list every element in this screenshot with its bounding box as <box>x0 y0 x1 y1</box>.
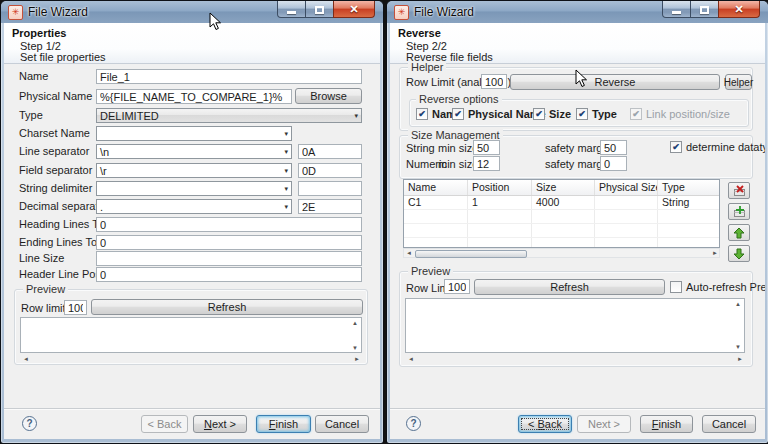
minimize-icon <box>287 11 296 14</box>
maximize-button[interactable] <box>306 1 333 18</box>
file-wizard-window-properties: ✳ File Wizard ✕ Properties Step 1/2 Set … <box>0 0 384 444</box>
col-physical-size[interactable]: Physical Size <box>595 180 658 195</box>
delete-row-icon <box>733 185 746 197</box>
table-hscrollbar[interactable] <box>403 248 720 258</box>
physical-name-checkbox[interactable]: ✔Physical Name <box>452 108 546 120</box>
scrollbar-thumb[interactable] <box>415 250 527 258</box>
preview-textarea[interactable] <box>20 317 362 353</box>
field-separator-dropdown[interactable]: \r ▾ <box>96 163 292 178</box>
helper-group-label: Helper <box>408 61 446 73</box>
scroll-left-icon[interactable]: ◄ <box>23 356 29 362</box>
line-separator-dropdown[interactable]: \n ▾ <box>96 144 292 159</box>
scroll-up-icon[interactable]: ▲ <box>352 320 358 326</box>
add-row-button[interactable] <box>728 203 750 220</box>
scroll-left-icon[interactable]: ◄ <box>406 250 412 256</box>
dialog-body: Properties Step 1/2 Set file properties … <box>4 23 380 439</box>
scroll-up-icon[interactable]: ▲ <box>735 301 741 307</box>
type-dropdown[interactable]: DELIMITED ▾ <box>96 108 362 123</box>
finish-button[interactable]: Finish <box>256 415 311 433</box>
name-label: Name <box>19 70 48 82</box>
finish-button[interactable]: Finish <box>640 415 693 433</box>
decimal-separator-hex-input[interactable] <box>298 199 362 214</box>
ending-lines-input[interactable] <box>96 235 362 250</box>
cancel-button[interactable]: Cancel <box>702 415 756 433</box>
refresh-button[interactable]: Refresh <box>474 279 665 295</box>
app-icon: ✳ <box>8 5 23 20</box>
reverse-button[interactable]: Reverse <box>510 74 720 90</box>
scroll-down-icon[interactable]: ▼ <box>352 345 358 351</box>
minimize-icon <box>672 11 681 14</box>
table-row[interactable]: C1 1 4000 String <box>404 196 719 210</box>
col-size[interactable]: Size <box>532 180 595 195</box>
wizard-header: Reverse Step 2/2 Reverse file fields <box>390 23 765 64</box>
charset-dropdown[interactable]: ▾ <box>96 126 292 141</box>
row-limit-input[interactable] <box>444 279 470 294</box>
string-min-size-input[interactable] <box>473 140 500 155</box>
col-name[interactable]: Name <box>404 180 468 195</box>
scroll-right-icon[interactable]: ► <box>354 356 360 362</box>
page-title: Reverse <box>398 27 441 39</box>
auto-refresh-checkbox[interactable]: Auto-refresh Preview <box>670 281 765 293</box>
minimize-button[interactable] <box>662 1 691 18</box>
line-size-input[interactable] <box>96 251 362 266</box>
check-icon: ✔ <box>533 108 545 120</box>
preview-textarea[interactable] <box>405 298 745 353</box>
physical-name-input[interactable] <box>96 89 292 104</box>
page-title: Properties <box>12 27 66 39</box>
check-icon: ✔ <box>630 108 642 120</box>
header-line-position-input[interactable] <box>96 267 362 282</box>
help-button[interactable]: ? <box>406 416 421 431</box>
type-checkbox[interactable]: ✔Type <box>576 108 617 120</box>
scroll-right-icon[interactable]: ► <box>712 250 718 256</box>
move-down-button[interactable] <box>728 245 750 262</box>
minimize-button[interactable] <box>277 1 306 18</box>
name-input[interactable] <box>96 69 362 84</box>
string-safety-margin-input[interactable] <box>600 140 627 155</box>
move-up-button[interactable] <box>728 224 750 241</box>
col-type[interactable]: Type <box>658 180 719 195</box>
charset-label: Charset Name <box>19 127 90 139</box>
string-label: String <box>406 142 435 154</box>
field-separator-hex-input[interactable] <box>298 163 362 178</box>
maximize-button[interactable] <box>691 1 718 18</box>
decimal-separator-dropdown[interactable]: . ▾ <box>96 199 292 214</box>
size-checkbox[interactable]: ✔Size <box>533 108 571 120</box>
fields-table[interactable]: Name Position Size Physical Size Type C1… <box>403 179 720 248</box>
back-button[interactable]: < Back <box>141 415 188 433</box>
determine-datatype-checkbox[interactable]: ✔determine datatype <box>670 141 765 153</box>
helper-button[interactable]: Helper <box>725 74 752 90</box>
preview-group-label: Preview <box>23 283 68 295</box>
row-limit-input[interactable] <box>64 300 87 315</box>
col-position[interactable]: Position <box>468 180 532 195</box>
table-header[interactable]: Name Position Size Physical Size Type <box>404 180 719 196</box>
next-button[interactable]: Next > <box>193 415 247 433</box>
maximize-icon <box>700 6 709 14</box>
close-button[interactable]: ✕ <box>718 1 760 18</box>
chevron-down-icon: ▾ <box>284 185 288 193</box>
string-delimiter-hex-input[interactable] <box>298 181 362 196</box>
row-limit-label: Row limit <box>21 302 66 314</box>
string-delimiter-dropdown[interactable]: ▾ <box>96 181 292 196</box>
numeric-safety-margin-input[interactable] <box>600 156 627 171</box>
help-button[interactable]: ? <box>22 416 37 431</box>
analysing-row-limit-input[interactable] <box>481 74 507 89</box>
scroll-left-icon[interactable]: ◄ <box>408 356 414 362</box>
delete-row-button[interactable] <box>728 182 750 199</box>
close-icon: ✕ <box>349 4 358 15</box>
numeric-min-size-input[interactable] <box>473 156 500 171</box>
scroll-down-icon[interactable]: ▼ <box>735 344 741 350</box>
cancel-button[interactable]: Cancel <box>315 415 369 433</box>
line-separator-hex-input[interactable] <box>298 144 362 159</box>
refresh-button[interactable]: Refresh <box>91 299 363 315</box>
close-button[interactable]: ✕ <box>333 1 375 18</box>
heading-lines-input[interactable] <box>96 217 362 232</box>
next-button[interactable]: Next > <box>577 415 631 433</box>
back-button[interactable]: < Back <box>518 415 572 433</box>
caption-buttons: ✕ <box>277 1 375 18</box>
type-label: Type <box>19 109 43 121</box>
button-bar: ? < Back Next > Finish Cancel <box>390 408 765 439</box>
help-icon: ? <box>26 418 32 429</box>
add-row-icon <box>733 206 746 218</box>
browse-button[interactable]: Browse <box>295 88 362 104</box>
scroll-right-icon[interactable]: ► <box>737 356 743 362</box>
